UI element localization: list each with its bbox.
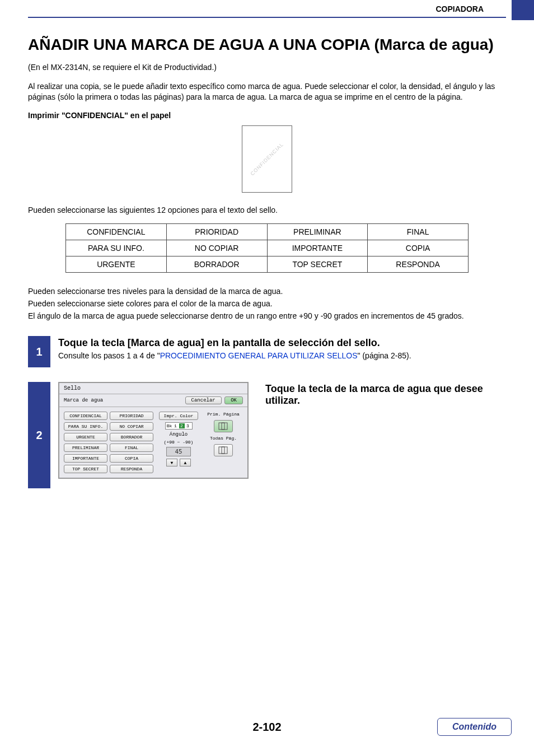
all-pages-button[interactable] [214, 444, 233, 456]
table-row: CONFIDENCIAL PRIORIDAD PRELIMINAR FINAL [66, 224, 469, 240]
example-heading: Imprimir "CONFIDENCIAL" en el papel [28, 111, 506, 120]
panel-heading: Sello [59, 383, 247, 394]
first-page-button[interactable] [214, 420, 233, 432]
option-cell: URGENTE [66, 256, 167, 273]
option-cell: RESPONDA [368, 256, 469, 273]
wm-opt[interactable]: PARA SU INFO. [64, 422, 107, 431]
wm-opt[interactable]: PRELIMINAR [64, 444, 107, 452]
option-cell: TOP SECRET [267, 256, 368, 273]
table-row: PARA SU INFO. NO COPIAR IMPORTANTE COPIA [66, 240, 469, 256]
step-2: 2 Sello Marca de agua Cancelar OK [28, 382, 506, 488]
watermark-options-table: CONFIDENCIAL PRIORIDAD PRELIMINAR FINAL … [65, 223, 469, 273]
step-number-2: 2 [28, 382, 50, 488]
first-page-label: Prim. Página [207, 412, 240, 417]
watermark-preview: CONFIDENCIAL [242, 125, 292, 193]
step-1-desc: Consulte los pasos 1 a 4 de "PROCEDIMIEN… [58, 351, 506, 360]
option-cell: BORRADOR [166, 256, 267, 273]
angle-up-button[interactable]: ▲ [180, 459, 191, 466]
option-cell: COPIA [368, 240, 469, 256]
option-cell: IMPORTANTE [267, 240, 368, 256]
step-1: 1 Toque la tecla [Marca de agua] en la p… [28, 336, 506, 367]
wm-opt[interactable]: COPIA [110, 454, 153, 463]
wm-opt[interactable]: PRIORIDAD [110, 412, 153, 420]
density-2: 2 [179, 423, 185, 428]
panel-col-right: Prim. Página Todas Pág. [204, 412, 243, 473]
step-1-desc-suffix: " (página 2-85). [358, 351, 411, 360]
page-title: AÑADIR UNA MARCA DE AGUA A UNA COPIA (Ma… [28, 35, 506, 54]
step-number-1: 1 [28, 336, 50, 367]
pages-icon [218, 446, 228, 454]
panel-sub-label: Marca de agua [64, 398, 103, 403]
option-cell: NO COPIAR [166, 240, 267, 256]
header-category: COPIADORA [28, 4, 506, 13]
wm-opt[interactable]: URGENTE [64, 433, 107, 441]
density-selector[interactable]: Bk 1 2 3 [165, 422, 193, 430]
option-cell: FINAL [368, 224, 469, 240]
angle-label: Ángulo [170, 432, 188, 437]
all-pages-label: Todas Pág. [210, 436, 237, 441]
step-2-title: Toque la tecla de la marca de agua que d… [265, 383, 506, 407]
note-color: Pueden seleccionarse siete colores para … [28, 298, 506, 310]
density-1: 1 [173, 423, 179, 428]
wm-opt[interactable]: BORRADOR [110, 433, 153, 441]
step-1-title: Toque la tecla [Marca de agua] en la pan… [58, 337, 506, 349]
cancel-button[interactable]: Cancelar [185, 396, 222, 404]
option-cell: PRELIMINAR [267, 224, 368, 240]
top-bar: COPIADORA [28, 0, 506, 18]
option-cell: PARA SU INFO. [66, 240, 167, 256]
wm-opt[interactable]: CONFIDENCIAL [64, 412, 107, 420]
angle-range: (+90 ~ -90) [164, 440, 194, 445]
wm-opt[interactable]: RESPONDA [110, 465, 153, 473]
contents-link[interactable]: Contenido [437, 718, 512, 736]
wm-opt[interactable]: TOP SECRET [64, 465, 107, 473]
options-intro: Pueden seleccionarse las siguientes 12 o… [28, 205, 506, 216]
step-1-link[interactable]: PROCEDIMIENTO GENERAL PARA UTILIZAR SELL… [160, 351, 358, 360]
header-accent-block [512, 0, 534, 20]
table-row: URGENTE BORRADOR TOP SECRET RESPONDA [66, 256, 469, 273]
note-angle: El ángulo de la marca de agua puede sele… [28, 311, 506, 322]
angle-value: 45 [166, 447, 190, 456]
watermark-option-grid: CONFIDENCIAL PRIORIDAD PARA SU INFO. NO … [64, 412, 153, 473]
option-cell: PRIORIDAD [166, 224, 267, 240]
pages-icon [218, 422, 228, 430]
wm-opt[interactable]: NO COPIAR [110, 422, 153, 431]
panel-col-mid: Impr. Color Bk 1 2 3 Ángulo (+90 ~ -90) … [159, 412, 198, 473]
panel-subbar: Marca de agua Cancelar OK [59, 394, 247, 407]
note-density: Pueden seleccionarse tres niveles para l… [28, 286, 506, 297]
angle-down-button[interactable]: ▼ [166, 459, 177, 466]
step-1-desc-prefix: Consulte los pasos 1 a 4 de " [58, 351, 160, 360]
density-bk: Bk [167, 423, 172, 428]
option-cell: CONFIDENCIAL [66, 224, 167, 240]
ok-button[interactable]: OK [224, 396, 243, 404]
watermark-panel: Sello Marca de agua Cancelar OK CONFIDEN… [58, 382, 249, 479]
impr-color-button[interactable]: Impr. Color [159, 412, 198, 420]
wm-opt[interactable]: IMPORTANTE [64, 454, 107, 463]
watermark-sample-text: CONFIDENCIAL [250, 141, 285, 176]
density-3: 3 [185, 423, 191, 428]
intro-body: Al realizar una copia, se le puede añadi… [28, 81, 506, 103]
wm-opt[interactable]: FINAL [110, 444, 153, 452]
intro-note: (En el MX-2314N, se requiere el Kit de P… [28, 62, 506, 73]
